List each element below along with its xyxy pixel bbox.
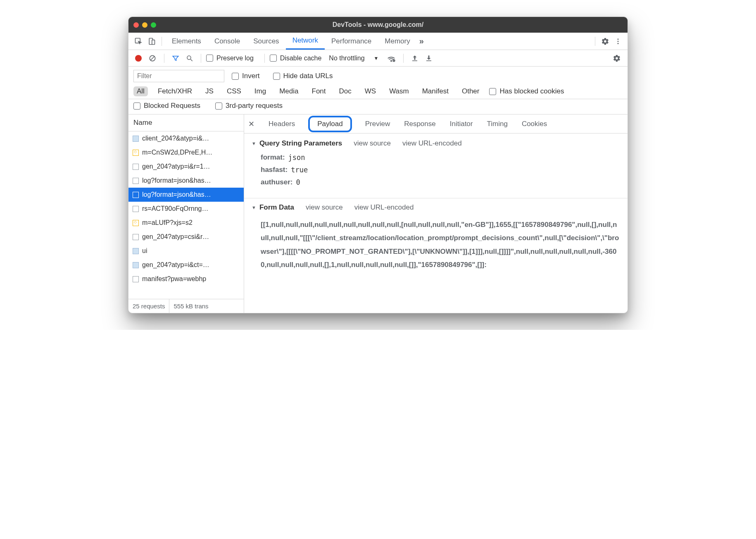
request-row[interactable]: client_204?&atyp=i&… bbox=[128, 131, 244, 145]
script-icon bbox=[133, 150, 139, 156]
type-filter-js[interactable]: JS bbox=[202, 86, 217, 96]
detail-tab-initiator[interactable]: Initiator bbox=[449, 118, 474, 130]
filter-icon[interactable] bbox=[169, 53, 182, 64]
query-param-row: hasfast:true bbox=[261, 166, 620, 174]
search-icon[interactable] bbox=[183, 53, 196, 64]
svg-point-4 bbox=[618, 41, 619, 42]
request-row[interactable]: gen_204?atyp=i&ct=… bbox=[128, 258, 244, 272]
request-row[interactable]: m=CnSW2d,DPreE,H… bbox=[128, 145, 244, 160]
hide-data-urls-label: Hide data URLs bbox=[283, 72, 333, 80]
upload-har-icon[interactable] bbox=[409, 53, 421, 64]
resource-type-filters: AllFetch/XHRJSCSSImgMediaFontDocWSWasmMa… bbox=[128, 84, 628, 99]
disable-cache-label: Disable cache bbox=[280, 55, 322, 62]
detail-tab-preview[interactable]: Preview bbox=[364, 118, 391, 130]
request-row[interactable]: manifest?pwa=webhp bbox=[128, 272, 244, 286]
type-filter-fetch-xhr[interactable]: Fetch/XHR bbox=[155, 86, 195, 96]
has-blocked-cookies-checkbox[interactable]: Has blocked cookies bbox=[489, 87, 564, 95]
invert-checkbox[interactable]: Invert bbox=[232, 72, 260, 80]
svg-point-8 bbox=[187, 56, 191, 60]
doc-icon bbox=[133, 178, 139, 184]
network-body: Name client_204?&atyp=i&…m=CnSW2d,DPreE,… bbox=[128, 114, 628, 313]
request-row[interactable]: rs=ACT90oFqOrnng… bbox=[128, 202, 244, 216]
form-view-url-encoded-link[interactable]: view URL-encoded bbox=[354, 203, 414, 212]
request-row[interactable]: log?format=json&has… bbox=[128, 188, 244, 202]
type-filter-img[interactable]: Img bbox=[251, 86, 269, 96]
disable-cache-checkbox[interactable]: Disable cache bbox=[270, 55, 322, 62]
divider bbox=[403, 54, 404, 63]
image-icon bbox=[133, 262, 139, 268]
detail-tab-timing[interactable]: Timing bbox=[486, 118, 508, 130]
svg-point-10 bbox=[391, 60, 392, 61]
request-detail-pane: ✕ HeadersPayloadPreviewResponseInitiator… bbox=[244, 114, 628, 313]
divider bbox=[162, 37, 162, 46]
device-toggle-icon[interactable] bbox=[145, 36, 158, 47]
type-filter-all[interactable]: All bbox=[133, 86, 148, 96]
type-filter-wasm[interactable]: Wasm bbox=[386, 86, 412, 96]
type-filter-other[interactable]: Other bbox=[459, 86, 483, 96]
form-data-header[interactable]: Form Data view source view URL-encoded bbox=[244, 198, 628, 212]
throttling-dropdown[interactable]: No throttling ▼ bbox=[329, 55, 378, 62]
view-url-encoded-link[interactable]: view URL-encoded bbox=[402, 139, 462, 148]
panel-tab-network[interactable]: Network bbox=[286, 33, 325, 50]
more-panels-icon[interactable]: » bbox=[417, 35, 426, 48]
param-value: 0 bbox=[296, 178, 300, 186]
type-filter-ws[interactable]: WS bbox=[361, 86, 379, 96]
hide-data-urls-checkbox[interactable]: Hide data URLs bbox=[273, 72, 333, 80]
panel-tab-console[interactable]: Console bbox=[208, 33, 247, 50]
clear-icon[interactable] bbox=[146, 52, 159, 64]
kebab-menu-icon[interactable] bbox=[612, 36, 624, 47]
detail-tab-payload[interactable]: Payload bbox=[308, 116, 352, 132]
request-row[interactable]: log?format=json&has… bbox=[128, 174, 244, 188]
image-icon bbox=[133, 136, 139, 142]
panel-tab-elements[interactable]: Elements bbox=[165, 33, 208, 50]
panel-tab-memory[interactable]: Memory bbox=[378, 33, 416, 50]
detail-tab-headers[interactable]: Headers bbox=[268, 118, 296, 130]
type-filter-font[interactable]: Font bbox=[309, 86, 329, 96]
blocked-requests-checkbox[interactable]: Blocked Requests bbox=[133, 102, 200, 110]
request-name: m=aLUfP?xjs=s2 bbox=[142, 219, 193, 227]
has-blocked-cookies-label: Has blocked cookies bbox=[499, 87, 564, 95]
preserve-log-checkbox[interactable]: Preserve log bbox=[206, 55, 254, 62]
form-data-title: Form Data bbox=[252, 203, 294, 212]
request-row[interactable]: m=aLUfP?xjs=s2 bbox=[128, 216, 244, 230]
payload-body: Query String Parameters view source view… bbox=[244, 134, 628, 277]
status-bar: 25 requests 555 kB trans bbox=[128, 299, 244, 313]
network-conditions-icon[interactable] bbox=[384, 52, 398, 64]
panel-tab-performance[interactable]: Performance bbox=[325, 33, 378, 50]
settings-gear-icon[interactable] bbox=[599, 36, 612, 47]
request-row[interactable]: gen_204?atyp=i&r=1… bbox=[128, 160, 244, 174]
form-view-source-link[interactable]: view source bbox=[306, 203, 343, 212]
panel-tab-strip: ElementsConsoleSourcesNetworkPerformance… bbox=[128, 33, 628, 50]
panel-tab-sources[interactable]: Sources bbox=[247, 33, 285, 50]
svg-point-5 bbox=[618, 43, 619, 44]
maximize-window-button[interactable] bbox=[151, 22, 156, 28]
query-params-header[interactable]: Query String Parameters view source view… bbox=[252, 139, 620, 148]
type-filter-manifest[interactable]: Manifest bbox=[419, 86, 452, 96]
preserve-log-label: Preserve log bbox=[216, 55, 254, 62]
request-row[interactable]: gen_204?atyp=csi&r… bbox=[128, 230, 244, 244]
window-title: DevTools - www.google.com/ bbox=[128, 21, 628, 29]
network-settings-gear-icon[interactable] bbox=[610, 52, 623, 64]
minimize-window-button[interactable] bbox=[142, 22, 147, 28]
detail-tab-cookies[interactable]: Cookies bbox=[521, 118, 548, 130]
filter-input[interactable] bbox=[133, 70, 224, 82]
script-icon bbox=[133, 220, 139, 226]
record-button[interactable] bbox=[133, 53, 144, 63]
view-source-link[interactable]: view source bbox=[354, 139, 391, 148]
request-row[interactable]: ui bbox=[128, 244, 244, 258]
close-detail-icon[interactable]: ✕ bbox=[248, 119, 254, 129]
doc-icon bbox=[133, 206, 139, 212]
svg-line-9 bbox=[190, 59, 193, 61]
type-filter-media[interactable]: Media bbox=[276, 86, 302, 96]
request-list-header[interactable]: Name bbox=[128, 114, 244, 131]
detail-tab-strip: ✕ HeadersPayloadPreviewResponseInitiator… bbox=[244, 114, 628, 134]
third-party-checkbox[interactable]: 3rd-party requests bbox=[215, 102, 283, 110]
type-filter-doc[interactable]: Doc bbox=[336, 86, 355, 96]
download-har-icon[interactable] bbox=[423, 53, 435, 64]
network-toolbar: Preserve log Disable cache No throttling… bbox=[128, 50, 628, 67]
inspect-element-icon[interactable] bbox=[132, 36, 145, 47]
type-filter-css[interactable]: CSS bbox=[223, 86, 245, 96]
svg-rect-2 bbox=[152, 40, 155, 44]
detail-tab-response[interactable]: Response bbox=[403, 118, 437, 130]
close-window-button[interactable] bbox=[133, 22, 139, 28]
